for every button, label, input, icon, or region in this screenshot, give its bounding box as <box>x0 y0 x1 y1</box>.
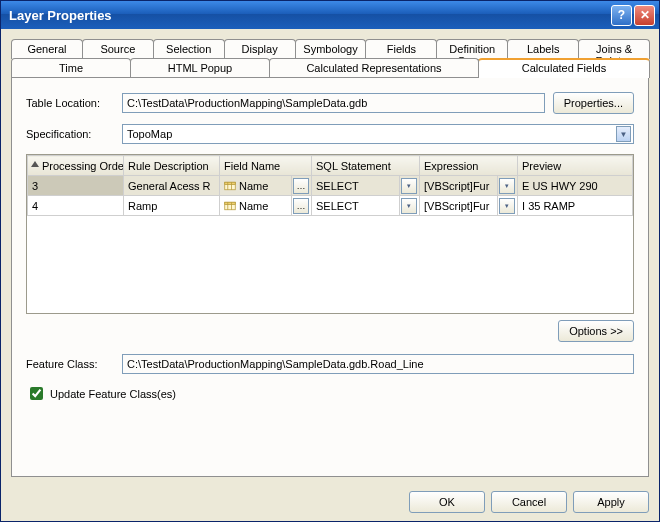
cell-field: Name <box>220 196 292 216</box>
cell-rule: Ramp <box>124 196 220 216</box>
cell-order: 4 <box>28 196 124 216</box>
tab-joins-relates[interactable]: Joins & Relates <box>578 39 650 59</box>
options-button[interactable]: Options >> <box>558 320 634 342</box>
tab-definition-query[interactable]: Definition Query <box>436 39 508 59</box>
expr-dropdown-button[interactable]: ▾ <box>499 198 515 214</box>
col-field-name[interactable]: Field Name <box>220 156 312 176</box>
cell-preview: E US HWY 290 <box>518 176 633 196</box>
tab-symbology[interactable]: Symbology <box>295 39 367 59</box>
feature-class-input[interactable] <box>122 354 634 374</box>
tab-general[interactable]: General <box>11 39 83 59</box>
tab-source[interactable]: Source <box>82 39 154 59</box>
field-browse-button[interactable]: … <box>293 178 309 194</box>
cell-sql: SELECT <box>312 176 400 196</box>
ok-button[interactable]: OK <box>409 491 485 513</box>
cell-order: 3 <box>28 176 124 196</box>
window-title: Layer Properties <box>9 8 609 23</box>
field-browse-button[interactable]: … <box>293 198 309 214</box>
svg-rect-5 <box>225 202 236 204</box>
cell-preview: I 35 RAMP <box>518 196 633 216</box>
chevron-down-icon: ▼ <box>616 126 631 142</box>
cell-sql: SELECT <box>312 196 400 216</box>
table-location-input[interactable] <box>122 93 545 113</box>
table-location-label: Table Location: <box>26 97 122 109</box>
tab-fields[interactable]: Fields <box>365 39 437 59</box>
specification-select[interactable]: TopoMap ▼ <box>122 124 634 144</box>
help-button[interactable]: ? <box>611 5 632 26</box>
sort-asc-icon <box>31 161 39 167</box>
col-expression[interactable]: Expression <box>420 156 518 176</box>
sql-dropdown-button[interactable]: ▾ <box>401 198 417 214</box>
cell-expr: [VBScript]Fur <box>420 196 498 216</box>
tab-calculated-fields[interactable]: Calculated Fields <box>478 58 650 78</box>
tab-panel-calculated-fields: Table Location: Properties... Specificat… <box>11 77 649 477</box>
sql-dropdown-button[interactable]: ▾ <box>401 178 417 194</box>
table-row[interactable]: 3General Acess RName…SELECT ▾[VBScript]F… <box>28 176 633 196</box>
update-feature-class-checkbox[interactable] <box>30 387 43 400</box>
col-sql-statement[interactable]: SQL Statement <box>312 156 420 176</box>
titlebar: Layer Properties ? ✕ <box>1 1 659 29</box>
col-preview[interactable]: Preview <box>518 156 633 176</box>
apply-button[interactable]: Apply <box>573 491 649 513</box>
grid-header-row: Processing Order Rule Description Field … <box>28 156 633 176</box>
tab-time[interactable]: Time <box>11 58 131 78</box>
dialog-footer: OK Cancel Apply <box>9 487 651 513</box>
tab-strip: General Source Selection Display Symbolo… <box>11 39 649 477</box>
cell-expr: [VBScript]Fur <box>420 176 498 196</box>
close-button[interactable]: ✕ <box>634 5 655 26</box>
tab-labels[interactable]: Labels <box>507 39 579 59</box>
specification-label: Specification: <box>26 128 122 140</box>
cell-rule: General Acess R <box>124 176 220 196</box>
update-feature-class-label: Update Feature Class(es) <box>50 388 176 400</box>
cell-field: Name <box>220 176 292 196</box>
tab-calculated-representations[interactable]: Calculated Representations <box>269 58 479 78</box>
cancel-button[interactable]: Cancel <box>491 491 567 513</box>
properties-button[interactable]: Properties... <box>553 92 634 114</box>
table-row[interactable]: 4RampName…SELECT ▾[VBScript]Fur▾I 35 RAM… <box>28 196 633 216</box>
expr-dropdown-button[interactable]: ▾ <box>499 178 515 194</box>
tab-selection[interactable]: Selection <box>153 39 225 59</box>
tab-html-popup[interactable]: HTML Popup <box>130 58 270 78</box>
col-rule-description[interactable]: Rule Description <box>124 156 220 176</box>
specification-value: TopoMap <box>127 128 172 140</box>
svg-rect-1 <box>225 182 236 184</box>
feature-class-label: Feature Class: <box>26 358 122 370</box>
tab-display[interactable]: Display <box>224 39 296 59</box>
rules-grid[interactable]: Processing Order Rule Description Field … <box>26 154 634 314</box>
col-processing-order[interactable]: Processing Order <box>28 156 124 176</box>
